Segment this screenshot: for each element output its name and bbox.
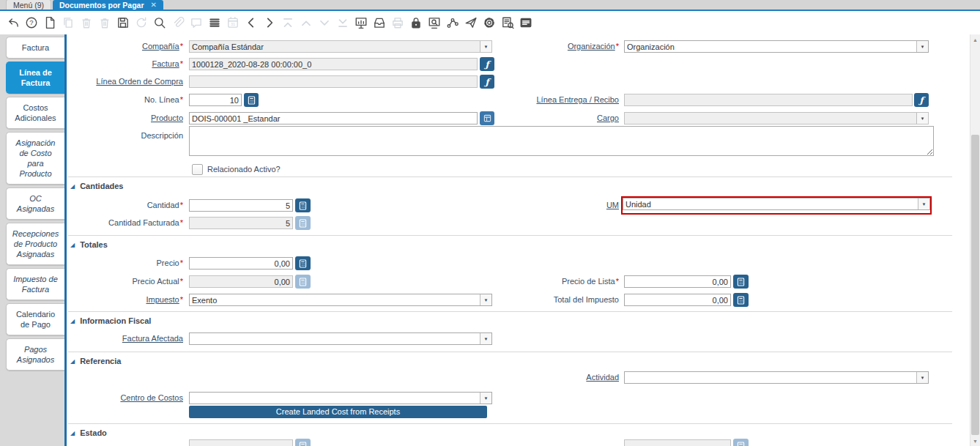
um-input[interactable] — [623, 198, 918, 209]
field-label-organizacion[interactable]: Organización* — [404, 40, 619, 53]
quill-icon: ƒ — [485, 59, 489, 70]
section-header-informacion-fiscal[interactable]: ◢Informacion Fiscal — [70, 316, 151, 326]
field-label-factura-afectada[interactable]: Factura Afectada — [67, 332, 183, 345]
share-icon[interactable] — [464, 16, 478, 29]
sidebar-tab-oc-asignadas[interactable]: OC Asignadas — [6, 187, 64, 220]
previous-record-icon[interactable] — [245, 16, 258, 29]
linea-orden-compra-input[interactable] — [189, 75, 478, 88]
linea-orden-compra-zoom-button[interactable]: ƒ — [480, 75, 494, 89]
relacionado-activo-checkbox[interactable] — [192, 164, 203, 175]
sidebar-tab-linea-de-factura[interactable]: Línea de Factura — [6, 62, 64, 94]
total-del-impuesto-input[interactable] — [624, 294, 731, 306]
factura-afectada-combobox[interactable] — [189, 332, 492, 345]
cantidad-input[interactable] — [189, 199, 293, 212]
calculator-icon — [299, 219, 307, 228]
um-combobox[interactable] — [623, 198, 930, 210]
scrollbar-thumb[interactable] — [971, 135, 979, 435]
chevron-down-icon[interactable] — [916, 372, 928, 383]
nav-down-icon — [318, 16, 331, 29]
chevron-down-icon[interactable] — [916, 41, 928, 52]
delete-selection-icon — [98, 16, 111, 29]
report-icon[interactable] — [354, 16, 368, 29]
print-icon — [391, 16, 404, 29]
collapse-triangle-icon: ◢ — [70, 242, 75, 248]
next-record-icon[interactable] — [263, 16, 276, 29]
tab-menu[interactable]: Menú (9) — [6, 0, 51, 10]
field-label-impuesto[interactable]: Impuesto* — [67, 294, 183, 306]
organizacion-input[interactable] — [625, 41, 916, 52]
section-header-totales[interactable]: ◢Totales — [70, 239, 108, 250]
undo-icon[interactable] — [7, 16, 20, 29]
report-find-icon[interactable] — [501, 16, 514, 29]
vertical-scrollbar[interactable]: ▲ ▼ — [970, 34, 980, 446]
cargo-combobox[interactable] — [624, 112, 929, 124]
linea-entrega-recibo-zoom-button[interactable]: ƒ — [914, 93, 929, 107]
sidebar-tab-calendario-de-pago[interactable]: Calendario de Pago — [6, 303, 64, 335]
lock-icon[interactable] — [409, 16, 423, 29]
preferences-icon[interactable] — [483, 16, 496, 29]
linea-entrega-recibo-input[interactable] — [624, 94, 913, 106]
find-icon[interactable] — [153, 16, 166, 29]
help-icon[interactable]: ? — [25, 16, 38, 29]
field-label-um[interactable]: UM — [404, 199, 619, 212]
collapse-triangle-icon: ◢ — [70, 430, 75, 436]
field-label-compania[interactable]: Compañía* — [67, 40, 183, 53]
close-tab-icon[interactable]: ✕ — [151, 1, 157, 9]
estado-field-1[interactable] — [189, 439, 293, 446]
sidebar-tab-recepciones-de-producto-asignadas[interactable]: Recepciones de Producto Asignadas — [6, 223, 64, 265]
field-label-centro-de-costos[interactable]: Centro de Costos — [67, 392, 183, 404]
calculator-icon — [299, 278, 307, 286]
field-label-linea-orden-compra[interactable]: Línea Orden de Compra — [67, 75, 183, 88]
organizacion-combobox[interactable] — [624, 40, 929, 53]
scroll-up-icon[interactable]: ▲ — [970, 34, 980, 45]
sidebar-tab-asignacion-de-costo-para-producto[interactable]: Asignación de Costo para Producto — [6, 132, 64, 185]
no-linea-calculator-button[interactable] — [244, 93, 259, 107]
precio-de-lista-input[interactable] — [624, 275, 731, 288]
scroll-down-icon[interactable]: ▼ — [970, 436, 980, 446]
field-label-cargo[interactable]: Cargo — [404, 112, 619, 124]
descripcion-textarea[interactable] — [189, 126, 934, 156]
no-linea-input[interactable] — [189, 94, 242, 106]
total-del-impuesto-calculator-button[interactable] — [733, 293, 749, 307]
new-record-icon[interactable] — [43, 16, 56, 29]
sidebar-tab-factura[interactable]: Factura — [6, 37, 64, 59]
precio-actual-input[interactable] — [189, 275, 293, 288]
cantidad-facturada-input[interactable] — [189, 217, 293, 229]
sidebar-tab-impuesto-de-factura[interactable]: Impuesto de Factura — [6, 268, 64, 300]
workflow-icon[interactable] — [446, 16, 459, 29]
toggle-grid-icon[interactable] — [208, 16, 221, 29]
section-header-referencia[interactable]: ◢Referencia — [70, 356, 121, 366]
centro-de-costos-input[interactable] — [190, 393, 480, 404]
actividad-input[interactable] — [625, 372, 916, 383]
field-label-linea-entrega-recibo[interactable]: Línea Entrega / Recibo — [404, 94, 619, 106]
archive-icon[interactable] — [373, 16, 386, 29]
create-landed-cost-button[interactable]: Create Landed Cost from Receipts — [189, 406, 487, 418]
estado-field-2[interactable] — [624, 439, 731, 446]
precio-calculator-button[interactable] — [295, 256, 311, 270]
chevron-down-icon[interactable] — [480, 393, 491, 404]
factura-zoom-button[interactable]: ƒ — [480, 57, 494, 71]
centro-de-costos-combobox[interactable] — [189, 392, 492, 404]
chevron-down-icon[interactable] — [916, 113, 928, 124]
chevron-down-icon[interactable] — [918, 198, 929, 209]
zoom-across-icon[interactable] — [428, 16, 441, 29]
field-label-producto[interactable]: Producto — [67, 112, 183, 124]
cargo-input[interactable] — [625, 113, 916, 124]
actividad-combobox[interactable] — [624, 371, 929, 384]
sidebar-tab-costos-adicionales[interactable]: Costos Adicionales — [6, 97, 64, 129]
section-header-cantidades[interactable]: ◢Cantidades — [70, 181, 123, 191]
tab-documentos-por-pagar[interactable]: Documentos por Pagar ✕ — [53, 0, 163, 10]
cantidad-calculator-button[interactable] — [295, 198, 311, 212]
precio-input[interactable] — [189, 257, 293, 270]
field-label-actividad[interactable]: Actividad — [404, 371, 619, 384]
save-icon[interactable] — [116, 16, 130, 29]
window-panel-icon[interactable] — [519, 16, 532, 29]
precio-de-lista-calculator-button[interactable] — [733, 275, 749, 289]
factura-input[interactable] — [189, 58, 478, 70]
sidebar-tab-pagos-asignados[interactable]: Pagos Asignados — [6, 338, 64, 371]
section-header-estado[interactable]: ◢Estado — [70, 428, 107, 438]
calculator-icon — [299, 259, 307, 268]
field-label-factura[interactable]: Factura* — [67, 58, 183, 70]
chevron-down-icon[interactable] — [480, 333, 491, 344]
factura-afectada-input[interactable] — [190, 333, 480, 344]
